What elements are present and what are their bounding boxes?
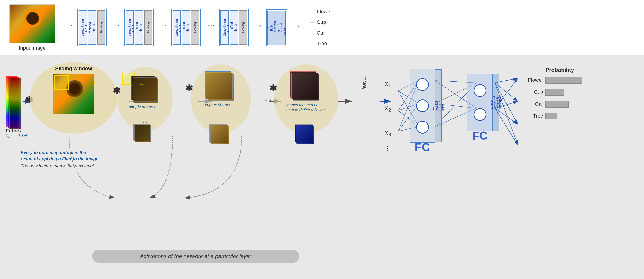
annotation-black-text: The new feature map is the next input (21, 163, 118, 168)
sub-maps-1 (134, 124, 152, 143)
prob-item-car: Car (525, 100, 582, 108)
output-car: → Car (309, 30, 332, 36)
output-label-car: Car (317, 30, 325, 36)
probability-section: Probability Flower Cup Car Tree (525, 67, 582, 124)
fc1-node-3 (416, 121, 429, 134)
arrow-5: → (293, 20, 301, 30)
fc1-node-1 (416, 78, 429, 91)
sub-map2-b1 (210, 125, 228, 143)
output-arrow-flower: → (309, 8, 315, 15)
feature-maps-3: ✱ shapes that can beused to define a flo… (283, 69, 325, 112)
prob-bar-car (546, 100, 568, 108)
complex-shapes-label: complex shapes (202, 102, 235, 107)
output-arrow-car: → (309, 30, 315, 36)
fc1-node-2 (416, 100, 429, 112)
cnn-block-2: Convolution ReLUrectifiedlinearunits Poo… (124, 9, 154, 46)
relu-layer-1: ReLUrectifiedlinearunits (88, 10, 96, 45)
fm-stack-1 (131, 76, 159, 104)
input-image-container: Input Image (9, 4, 55, 51)
prob-bar-flower (546, 77, 582, 84)
yellow-arrow-down: → (57, 88, 66, 96)
sub-map-stack-3 (294, 124, 315, 145)
flower-shapes-label: shapes that can beused to define a flowe… (286, 102, 325, 112)
output-arrow-tree: → (309, 40, 315, 47)
annotation-section: Every feature map output is theresult of… (21, 150, 118, 168)
filters-section: Filters light and dark (6, 76, 28, 138)
fc-layer-top: FCFullyConnectedlayers tosupportclassifi… (268, 10, 286, 45)
simple-shapes-label: simple shapes (129, 105, 159, 110)
asterisk-2: ✱ (113, 85, 120, 96)
relu-layer-2: ReLUrectifiedlinearunits (135, 10, 143, 45)
sub-map-stack-1 (134, 124, 152, 143)
top-section: Input Image → Convolution ReLUrectifiedl… (0, 0, 644, 55)
sliding-window-area: Sliding window → → (30, 62, 118, 134)
sub-map-stack-2 (210, 124, 230, 145)
yellow-arrow-right: → (89, 78, 97, 87)
output-arrow-cup: → (309, 19, 315, 26)
pool-layer-2: Pooling (144, 10, 152, 45)
stage2-maps: ✱ complex shapes (198, 71, 235, 107)
bottom-section: Filters light and dark ✱ Sliding window … (0, 55, 644, 279)
fc2-label: FC (472, 129, 488, 142)
fc2-node-1 (474, 84, 486, 97)
cnn-block-3: Convolution ReLUrectifiedlinearunits Poo… (171, 9, 201, 46)
flower-vertical-label: flower (361, 76, 366, 90)
fc2-node-2 (474, 108, 486, 121)
pool-layer-4: Pooling (239, 10, 247, 45)
x-inputs: X1 X2 X3 ⋮ (384, 80, 391, 152)
fm-back-1 (132, 77, 157, 102)
x3-label: X3 (384, 129, 391, 138)
fc1-label: FC (415, 141, 430, 154)
pool-layer-3: Pooling (191, 10, 199, 45)
relu-layer-4: ReLUrectifiedlinearunits (230, 10, 238, 45)
x-dots-label: ⋮ (384, 145, 391, 152)
arrow-4: → (254, 20, 262, 30)
filter-stack (6, 76, 24, 126)
prob-name-car: Car (525, 101, 543, 107)
arrow-3: → (160, 20, 168, 30)
arrow-1: → (66, 20, 74, 30)
output-label-cup: Cup (317, 19, 326, 25)
prob-item-tree: Tree (525, 112, 582, 120)
x1-label: X1 (384, 80, 391, 89)
cnn-block-1: Convolution ReLUrectifiedlinearunits Poo… (77, 9, 107, 46)
stage1-maps: ✱ → simple shapes (124, 76, 159, 110)
input-image (9, 4, 55, 43)
activations-label: Activations of the network at a particul… (92, 250, 299, 263)
stage3-maps: ✱ shapes that can beused to define a flo… (283, 71, 325, 112)
sub-maps-3 (294, 124, 315, 145)
output-tree: → Tree (309, 40, 332, 47)
annotation-blue-text: Every feature map output is theresult of… (21, 150, 118, 162)
probability-title: Probability (546, 67, 582, 73)
x2-label: X2 (384, 105, 391, 113)
sunflower-container: → → (53, 74, 94, 114)
output-label-tree: Tree (317, 40, 327, 46)
pool-layer-1: Pooling (97, 10, 106, 45)
input-label: Input Image (19, 45, 46, 51)
sub-map3-b1 (296, 125, 314, 143)
prob-item-cup: Cup (525, 89, 582, 96)
output-label-flower: Flower (317, 9, 332, 15)
sub-map-b1 (134, 125, 150, 141)
prob-bar-cup (546, 89, 564, 96)
prob-name-cup: Cup (525, 89, 543, 95)
fc-block-top: FCFullyConnectedlayers tosupportclassifi… (266, 9, 287, 46)
output-labels: → Flower → Cup → Car → Tree (309, 8, 332, 47)
asterisk-3: ✱ (185, 83, 193, 94)
prob-name-tree: Tree (525, 113, 543, 119)
arrow-2: → (112, 20, 121, 30)
prob-item-flower: Flower (525, 77, 582, 84)
fm-stack-3 (290, 71, 320, 101)
relu-layer-3: ReLUrectifiedlinearunits (182, 10, 190, 45)
sliding-window-box (54, 75, 69, 90)
fm-stack-2 (205, 71, 235, 101)
yellow-arrow-stage1: → (138, 80, 144, 88)
fm3-back-1 (292, 73, 318, 99)
output-flower: → Flower (309, 8, 332, 15)
fc1-block: ReLUrectifiedlinearunits FC (410, 69, 435, 143)
prob-bar-tree (546, 112, 557, 120)
filter-strip-2 (10, 78, 21, 129)
relu-side: ReLUrectifiedlinearunits (435, 69, 442, 142)
fc2-block: softmaxcategoricalprobabilitydistributio… (467, 74, 492, 131)
prob-name-flower: Flower (525, 77, 543, 83)
